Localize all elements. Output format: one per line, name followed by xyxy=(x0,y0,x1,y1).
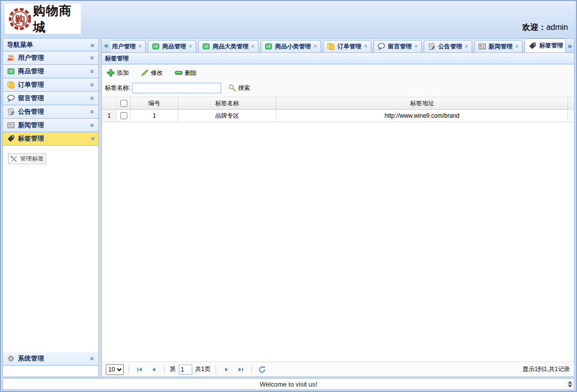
edit-button[interactable]: 修改 xyxy=(139,67,165,79)
page-size-select[interactable]: 10 xyxy=(106,364,124,375)
select-all-checkbox[interactable] xyxy=(120,100,127,107)
tab-label: 用户管理 xyxy=(112,42,136,51)
add-button-label: 添加 xyxy=(117,69,129,77)
page-suffix-label: 共1页 xyxy=(195,365,211,374)
sidebar-item-messages[interactable]: 留言管理 » xyxy=(3,92,98,105)
tag-icon xyxy=(7,135,15,143)
rownum-header-cell xyxy=(102,97,117,109)
tab-label: 标签管理 xyxy=(539,41,563,50)
tab-label: 公告管理 xyxy=(438,42,462,51)
sidebar-item-label: 留言管理 xyxy=(18,94,44,103)
refresh-button[interactable] xyxy=(257,364,268,375)
column-header-url[interactable]: 标签地址 xyxy=(277,97,568,109)
row-checkbox-cell xyxy=(117,110,131,122)
sidebar-item-tags[interactable]: 标签管理 » xyxy=(3,132,98,146)
sidebar-item-system[interactable]: 系统管理 » xyxy=(3,352,98,366)
close-icon[interactable]: × xyxy=(189,43,192,50)
sidebar-title: 导航菜单 xyxy=(7,40,33,49)
tab-label: 留言管理 xyxy=(388,42,412,51)
scroll-up-icon[interactable] xyxy=(568,381,572,384)
pager-separator xyxy=(164,365,165,374)
logo-seal-icon xyxy=(7,6,33,32)
goods-icon xyxy=(152,42,160,50)
username: admin xyxy=(546,23,568,31)
column-header-name[interactable]: 标签名称 xyxy=(178,97,277,109)
tab-tags[interactable]: 标签管理 × xyxy=(525,38,565,52)
goods-icon xyxy=(265,42,273,50)
scroll-down-icon[interactable] xyxy=(568,385,572,388)
chevron-down-icon: » xyxy=(89,56,96,60)
footer-scrollbar[interactable] xyxy=(566,379,574,389)
close-icon[interactable]: × xyxy=(251,43,255,50)
tab-notices[interactable]: 公告管理 × xyxy=(424,40,472,52)
close-icon[interactable]: × xyxy=(515,43,519,50)
message-icon xyxy=(377,42,385,50)
logo-text: 购物商城 xyxy=(33,2,81,35)
tab-news[interactable]: 新闻管理 × xyxy=(474,40,523,52)
row-checkbox[interactable] xyxy=(120,112,127,119)
cell-url: http://www.wine9.com/brand xyxy=(277,110,568,122)
tab-messages[interactable]: 留言管理 × xyxy=(373,40,422,52)
search-button-label: 搜索 xyxy=(238,84,250,92)
tag-name-input[interactable] xyxy=(132,83,221,93)
search-icon xyxy=(228,84,236,92)
tab-label: 新闻管理 xyxy=(489,42,513,51)
sidebar-subitem-manage-tags[interactable]: 管理标签 xyxy=(8,154,46,164)
page-number-input[interactable] xyxy=(179,365,192,375)
gear-icon xyxy=(7,355,15,363)
first-page-button[interactable] xyxy=(134,364,145,375)
column-header-id[interactable]: 编号 xyxy=(131,97,178,109)
notice-icon xyxy=(428,42,436,50)
sidebar-item-label: 商品管理 xyxy=(18,67,44,76)
last-page-button[interactable] xyxy=(235,364,246,375)
footer-text: Welcome to visit us! xyxy=(260,381,317,388)
table-row[interactable]: 1 1 品牌专区 http://www.wine9.com/brand xyxy=(102,110,574,122)
close-icon[interactable]: × xyxy=(138,43,142,50)
cell-filler xyxy=(568,110,574,122)
chevron-down-icon: » xyxy=(89,83,96,87)
tabs-scroll-right-button[interactable]: » xyxy=(565,39,574,52)
close-icon[interactable]: × xyxy=(313,43,317,50)
pager-separator xyxy=(251,365,252,374)
tag-name-label: 标签名称: xyxy=(105,84,130,92)
next-page-button[interactable] xyxy=(221,364,232,375)
add-button[interactable]: 添加 xyxy=(105,67,131,79)
last-page-icon xyxy=(237,366,245,374)
close-icon[interactable]: × xyxy=(465,43,468,50)
sidebar-item-orders[interactable]: 订单管理 » xyxy=(3,78,98,92)
delete-button[interactable]: 删除 xyxy=(173,67,199,79)
prev-page-button[interactable] xyxy=(148,364,159,375)
tools-icon xyxy=(10,155,18,163)
welcome-label: 欢迎： xyxy=(522,23,546,31)
sidebar-item-notices[interactable]: 公告管理 » xyxy=(3,105,98,119)
search-button[interactable]: 搜索 xyxy=(228,84,250,92)
header: 购物商城 欢迎：admin xyxy=(1,1,576,36)
sidebar-item-goods[interactable]: 商品管理 » xyxy=(3,65,98,78)
next-page-icon xyxy=(223,366,231,374)
tab-label: 商品管理 xyxy=(162,42,186,51)
select-all-cell xyxy=(117,97,131,109)
tab-orders[interactable]: 订单管理 × xyxy=(323,40,371,52)
pager-separator xyxy=(216,365,216,374)
close-icon[interactable]: × xyxy=(414,43,418,50)
grid-empty-area xyxy=(102,122,574,362)
sidebar-collapse-icon[interactable]: « xyxy=(90,41,94,48)
tab-goods-subcategory[interactable]: 商品小类管理 × xyxy=(261,40,321,52)
tab-users[interactable]: 用户管理 × xyxy=(111,40,146,52)
news-icon xyxy=(478,42,486,50)
tab-goods[interactable]: 商品管理 × xyxy=(148,40,196,52)
edit-button-label: 修改 xyxy=(151,69,163,77)
tabs-scroll-left-button[interactable]: « xyxy=(102,38,111,52)
tab-goods-category[interactable]: 商品大类管理 × xyxy=(198,40,259,52)
welcome-message: 欢迎：admin xyxy=(522,22,568,33)
record-summary: 显示1到1,共1记录 xyxy=(523,365,570,374)
tab-label: 商品大类管理 xyxy=(213,42,249,51)
chevron-down-icon: » xyxy=(89,110,96,114)
pager-separator xyxy=(129,365,129,374)
close-icon[interactable]: × xyxy=(364,43,367,50)
tab-label: 商品小类管理 xyxy=(275,42,311,51)
scroll-divider xyxy=(568,384,573,385)
footer: Welcome to visit us! xyxy=(2,378,575,390)
sidebar-item-users[interactable]: 用户管理 » xyxy=(3,51,98,65)
sidebar-item-news[interactable]: 新闻管理 » xyxy=(3,119,98,132)
